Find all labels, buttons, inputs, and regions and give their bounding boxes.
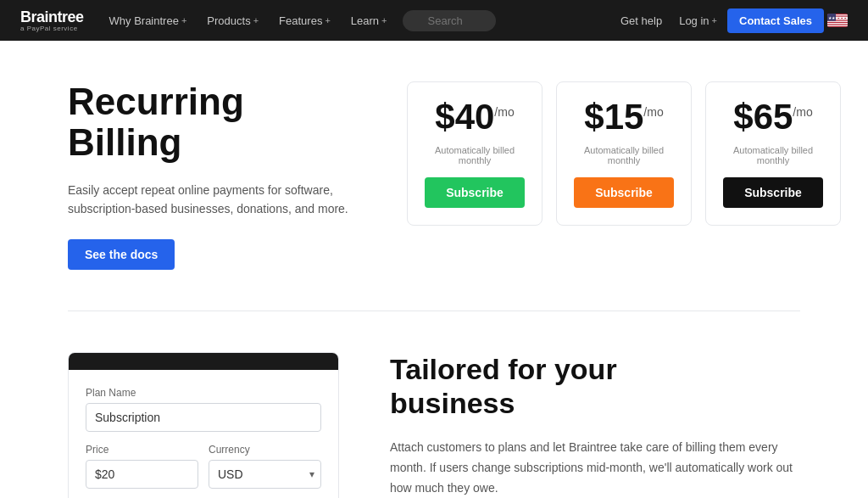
- price-field: Price: [86, 444, 198, 489]
- currency-select[interactable]: USD EUR GBP: [209, 460, 321, 489]
- price-amount-3: $65 /mo: [733, 99, 812, 135]
- form-mockup-body: Plan Name Price Currency USD EUR: [69, 370, 338, 498]
- contact-sales-button[interactable]: Contact Sales: [727, 8, 824, 33]
- nav-plus-icon: +: [253, 15, 259, 25]
- tailored-description: Attach customers to plans and let Braint…: [390, 438, 800, 498]
- hero-description: Easily accept repeat online payments for…: [68, 181, 356, 219]
- plan-name-field: Plan Name: [86, 387, 321, 432]
- price-card-3: $65 /mo Automatically billed monthly Sub…: [705, 81, 841, 226]
- price-currency-row: Price Currency USD EUR GBP ▾: [86, 444, 321, 498]
- hero-title: RecurringBilling: [68, 81, 356, 164]
- price-card-2: $15 /mo Automatically billed monthly Sub…: [556, 81, 692, 226]
- price-card-1: $40 /mo Automatically billed monthly Sub…: [407, 81, 542, 226]
- subscribe-button-3[interactable]: Subscribe: [723, 177, 823, 208]
- tailored-section: Plan Name Price Currency USD EUR: [68, 352, 800, 498]
- price-amount-2: $15 /mo: [584, 99, 663, 135]
- plan-name-label: Plan Name: [86, 387, 321, 399]
- nav-item-learn[interactable]: Learn +: [342, 0, 396, 41]
- hero-section: RecurringBilling Easily accept repeat on…: [68, 81, 800, 270]
- nav-link-log-in[interactable]: Log in +: [672, 14, 724, 27]
- logo[interactable]: Braintree a PayPal service: [20, 9, 84, 32]
- plan-name-input[interactable]: [86, 403, 321, 432]
- navigation: Braintree a PayPal service Why Braintree…: [0, 0, 868, 41]
- svg-text:★★★★★★: ★★★★★★: [828, 15, 848, 20]
- tailored-title: Tailored for yourbusiness: [390, 352, 800, 422]
- nav-plus-icon: +: [381, 15, 387, 25]
- see-docs-button[interactable]: See the docs: [68, 239, 175, 270]
- section-divider: [68, 311, 800, 311]
- subscribe-button-1[interactable]: Subscribe: [425, 177, 525, 208]
- search-input[interactable]: [403, 10, 496, 31]
- price-billed-2: Automatically billed monthly: [574, 145, 674, 165]
- logo-brand: Braintree: [20, 9, 84, 25]
- price-input[interactable]: [86, 460, 198, 489]
- logo-sub: a PayPal service: [20, 25, 84, 32]
- nav-item-why-braintree[interactable]: Why Braintree +: [101, 0, 196, 41]
- price-amount-1: $40 /mo: [435, 99, 514, 135]
- nav-right: Get help Log in + Contact Sales ★★★★★★: [614, 8, 848, 33]
- nav-link-get-help[interactable]: Get help: [614, 14, 669, 27]
- hero-left: RecurringBilling Easily accept repeat on…: [68, 81, 356, 270]
- nav-item-products[interactable]: Products +: [198, 0, 267, 41]
- price-label: Price: [86, 444, 198, 456]
- nav-plus-icon: +: [181, 15, 186, 25]
- currency-field: Currency USD EUR GBP ▾: [209, 444, 321, 489]
- price-billed-3: Automatically billed monthly: [723, 145, 823, 165]
- pricing-cards: $40 /mo Automatically billed monthly Sub…: [407, 81, 841, 226]
- svg-rect-6: [827, 25, 848, 26]
- price-billed-1: Automatically billed monthly: [425, 145, 525, 165]
- flag-icon[interactable]: ★★★★★★: [827, 14, 848, 27]
- subscribe-button-2[interactable]: Subscribe: [574, 177, 674, 208]
- form-mockup-header: [69, 353, 338, 370]
- main-content: RecurringBilling Easily accept repeat on…: [0, 41, 868, 498]
- nav-plus-icon: +: [712, 15, 717, 25]
- currency-label: Currency: [209, 444, 321, 456]
- currency-select-wrapper: USD EUR GBP ▾: [209, 460, 321, 489]
- search-wrapper: 🔍: [399, 10, 496, 31]
- tailored-text: Tailored for yourbusiness Attach custome…: [390, 352, 800, 498]
- svg-rect-5: [827, 23, 848, 24]
- svg-rect-4: [827, 21, 848, 22]
- nav-plus-icon: +: [325, 15, 330, 25]
- nav-item-features[interactable]: Features +: [270, 0, 339, 41]
- form-mockup: Plan Name Price Currency USD EUR: [68, 352, 339, 498]
